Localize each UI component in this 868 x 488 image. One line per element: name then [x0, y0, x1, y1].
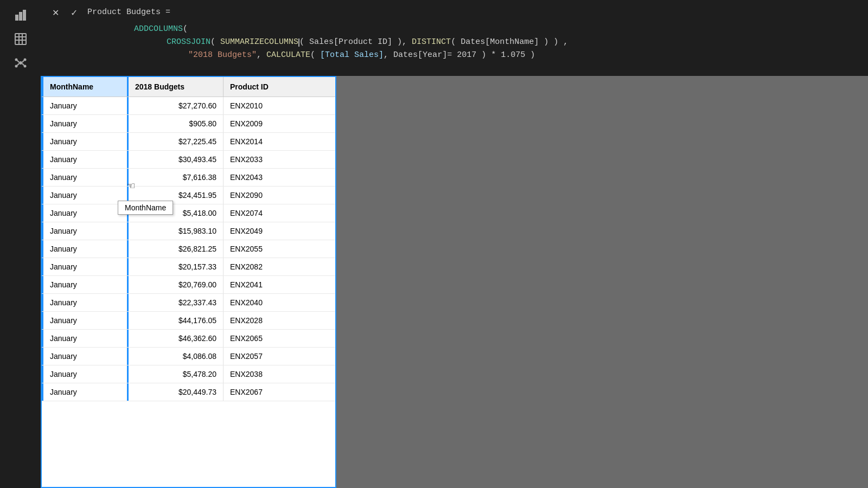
right-gray-area: [336, 76, 868, 488]
cell-productid: ENX2067: [224, 383, 289, 401]
cell-monthname: January: [42, 258, 129, 275]
header-budgets[interactable]: 2018 Budgets: [129, 77, 224, 97]
main-content: ✕ ✓ Product Budgets = ADDCOLUMNS( CROSSJ…: [41, 0, 868, 488]
cell-monthname: January: [42, 276, 129, 293]
cell-productid: ENX2041: [224, 276, 289, 293]
table-row: January$27,225.45ENX2014: [42, 133, 335, 151]
svg-rect-3: [15, 34, 26, 44]
table-header: MonthName 2018 Budgets Product ID: [42, 77, 335, 97]
cell-budgets: $20,157.33: [129, 258, 224, 275]
cell-budgets: $20,769.00: [129, 276, 224, 293]
cell-productid: ENX2028: [224, 312, 289, 329]
bar-chart-icon[interactable]: [10, 4, 31, 26]
table-row: January$27,270.60ENX2010: [42, 97, 335, 115]
cell-monthname: January: [42, 133, 129, 150]
cell-budgets: $15,983.10: [129, 222, 224, 240]
cell-budgets: $7,616.38: [129, 169, 224, 186]
cell-budgets: $22,337.43: [129, 294, 224, 311]
svg-rect-2: [23, 10, 25, 20]
cell-productid: ENX2043: [224, 169, 289, 186]
cancel-button[interactable]: ✕: [47, 4, 63, 21]
formula-calculate: "2018 Budgets", CALCULATE( [Total Sales]…: [47, 49, 861, 62]
formula-crossjoin: CROSSJOIN( SUMMARIZECOLUMNS( Sales[Produ…: [47, 36, 861, 49]
svg-line-13: [17, 61, 19, 63]
cell-productid: ENX2065: [224, 330, 289, 347]
cell-productid: ENX2090: [224, 187, 289, 204]
formula-line1: Product Budgets =: [87, 6, 170, 19]
data-table: MonthName ☞ MonthName 2018 Budgets Produ…: [41, 76, 336, 488]
svg-point-8: [19, 61, 22, 65]
formula-buttons: ✕ ✓: [47, 4, 82, 21]
cell-monthname: January: [42, 330, 129, 347]
cell-monthname: January: [42, 365, 129, 383]
table-row: January$44,176.05ENX2028: [42, 312, 335, 330]
cell-productid: ENX2010: [224, 97, 289, 114]
cell-productid: ENX2009: [224, 115, 289, 132]
table-row: January$20,769.00ENX2041: [42, 276, 335, 294]
content-row: MonthName ☞ MonthName 2018 Budgets Produ…: [41, 76, 868, 488]
svg-rect-1: [20, 12, 22, 20]
cell-monthname: January: [42, 115, 129, 132]
table-icon[interactable]: [10, 28, 31, 50]
cell-monthname: January: [42, 204, 129, 222]
cell-budgets: $20,449.73: [129, 383, 224, 401]
svg-line-16: [22, 63, 24, 66]
table-row: January$4,086.08ENX2057: [42, 348, 335, 365]
svg-line-15: [17, 63, 19, 66]
cell-monthname: January: [42, 169, 129, 186]
cell-budgets: $27,225.45: [129, 133, 224, 150]
cell-budgets: $905.80: [129, 115, 224, 132]
cell-productid: ENX2049: [224, 222, 289, 240]
cell-budgets: $4,086.08: [129, 348, 224, 365]
header-productid[interactable]: Product ID: [224, 77, 289, 97]
table-row: January$15,983.10ENX2049: [42, 222, 335, 240]
cell-productid: ENX2038: [224, 365, 289, 383]
table-row: January$26,821.25ENX2055: [42, 240, 335, 258]
table-row: January$22,337.43ENX2040: [42, 294, 335, 312]
cell-monthname: January: [42, 151, 129, 168]
header-monthname[interactable]: MonthName: [42, 77, 129, 97]
table-row: January$5,478.20ENX2038: [42, 365, 335, 383]
table-row: January$24,451.95ENX2090: [42, 187, 335, 204]
cell-monthname: January: [42, 348, 129, 365]
cell-budgets: $5,478.20: [129, 365, 224, 383]
table-row: January$905.80ENX2009: [42, 115, 335, 133]
cell-monthname: January: [42, 383, 129, 401]
cell-productid: ENX2040: [224, 294, 289, 311]
table-row: January$30,493.45ENX2033: [42, 151, 335, 169]
cell-productid: ENX2014: [224, 133, 289, 150]
formula-addcolumns: ADDCOLUMNS(: [47, 23, 861, 36]
column-tooltip: MonthName: [118, 201, 173, 215]
cell-monthname: January: [42, 240, 129, 258]
cell-budgets: $44,176.05: [129, 312, 224, 329]
cell-monthname: January: [42, 294, 129, 311]
cell-productid: ENX2082: [224, 258, 289, 275]
cell-monthname: January: [42, 312, 129, 329]
table-row: January$5,418.00ENX2074: [42, 204, 335, 222]
table-row: January$46,362.60ENX2065: [42, 330, 335, 348]
cell-monthname: January: [42, 222, 129, 240]
table-row: January$20,449.73ENX2067: [42, 383, 335, 401]
cell-monthname: January: [42, 187, 129, 204]
confirm-button[interactable]: ✓: [66, 4, 82, 21]
table-body: January$27,270.60ENX2010January$905.80EN…: [42, 97, 335, 487]
sidebar: [0, 0, 41, 488]
cell-budgets: $27,270.60: [129, 97, 224, 114]
svg-rect-0: [16, 15, 18, 20]
cell-productid: ENX2033: [224, 151, 289, 168]
network-icon[interactable]: [10, 52, 31, 74]
cell-productid: ENX2074: [224, 204, 289, 222]
table-row: January$20,157.33ENX2082: [42, 258, 335, 276]
table-row: January$7,616.38ENX2043: [42, 169, 335, 187]
svg-line-14: [22, 61, 24, 63]
cell-budgets: $30,493.45: [129, 151, 224, 168]
formula-bar: ✕ ✓ Product Budgets = ADDCOLUMNS( CROSSJ…: [41, 0, 868, 76]
cell-budgets: $46,362.60: [129, 330, 224, 347]
cell-productid: ENX2055: [224, 240, 289, 258]
cell-monthname: January: [42, 97, 129, 114]
cell-productid: ENX2057: [224, 348, 289, 365]
cell-budgets: $26,821.25: [129, 240, 224, 258]
